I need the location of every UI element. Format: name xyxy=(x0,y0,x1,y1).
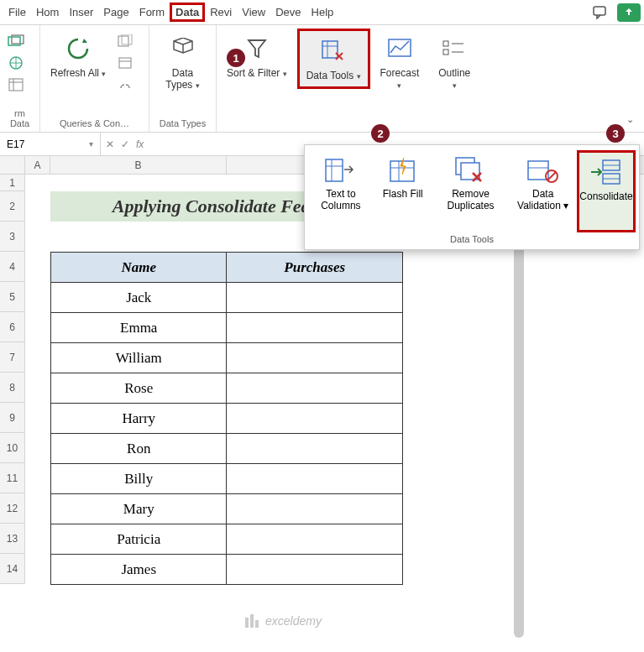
text-to-columns-button[interactable]: Text to Columns xyxy=(308,150,374,232)
cell-purchases[interactable] xyxy=(227,373,403,404)
edit-links-icon[interactable] xyxy=(116,76,134,94)
properties-icon[interactable] xyxy=(116,54,134,72)
row-header[interactable]: 3 xyxy=(0,222,25,252)
cell-name[interactable]: Rose xyxy=(51,373,227,404)
menu-page[interactable]: Page xyxy=(98,3,134,22)
menu-home[interactable]: Hom xyxy=(31,3,64,22)
menu-bar: File Hom Inser Page Form Data Revi View … xyxy=(0,0,644,25)
comments-icon[interactable] xyxy=(589,3,612,22)
cell-name[interactable]: Patricia xyxy=(51,524,227,555)
col-header-b[interactable]: B xyxy=(50,156,227,174)
cell-purchases[interactable] xyxy=(227,283,403,313)
cell-name[interactable]: Emma xyxy=(51,313,227,343)
from-web-icon[interactable] xyxy=(7,54,25,72)
cell-purchases[interactable] xyxy=(227,313,403,343)
row-header[interactable]: 7 xyxy=(0,342,25,373)
cell-name[interactable]: Billy xyxy=(51,464,227,494)
cell-purchases[interactable] xyxy=(227,494,403,524)
refresh-all-button[interactable]: Refresh All ▾ xyxy=(44,29,113,84)
header-purchases: Purchases xyxy=(227,253,403,283)
table-row[interactable]: Patricia xyxy=(51,524,403,555)
sort-filter-label: Sort & Filter xyxy=(227,67,280,79)
menu-file[interactable]: File xyxy=(3,3,31,22)
table-row[interactable]: Emma xyxy=(51,313,403,343)
queries-icon[interactable] xyxy=(116,32,134,50)
menu-formulas[interactable]: Form xyxy=(134,3,170,22)
data-table: Name Purchases Jack Emma William Rose Ha… xyxy=(50,252,403,585)
outline-button[interactable]: Outline▾ xyxy=(429,29,479,96)
from-table-icon[interactable] xyxy=(7,76,25,94)
row-header[interactable]: 9 xyxy=(0,403,25,433)
cell-purchases[interactable] xyxy=(227,464,403,494)
cell-name[interactable]: Ron xyxy=(51,434,227,464)
data-types-button[interactable]: Data Types ▾ xyxy=(153,29,212,96)
watermark-icon xyxy=(243,613,260,629)
cell-purchases[interactable] xyxy=(227,524,403,555)
table-row[interactable]: Rose xyxy=(51,373,403,404)
cell-name[interactable]: Harry xyxy=(51,404,227,434)
share-button[interactable] xyxy=(617,3,641,22)
table-row[interactable]: Billy xyxy=(51,464,403,494)
data-tools-button[interactable]: Data Tools ▾ xyxy=(297,29,370,89)
cell-purchases[interactable] xyxy=(227,343,403,373)
chevron-down-icon: ▾ xyxy=(357,72,361,81)
table-row[interactable]: Mary xyxy=(51,494,403,524)
fx-icon[interactable]: fx xyxy=(136,138,144,150)
select-all-corner[interactable] xyxy=(0,156,25,174)
menu-view[interactable]: View xyxy=(237,3,270,22)
cell-name[interactable]: Jack xyxy=(51,283,227,313)
row-header[interactable]: 12 xyxy=(0,493,25,524)
get-data-icon[interactable] xyxy=(7,32,25,50)
row-header[interactable]: 10 xyxy=(0,433,25,463)
row-header[interactable]: 14 xyxy=(0,554,25,584)
row-header[interactable]: 13 xyxy=(0,524,25,554)
flash-fill-button[interactable]: Flash Fill xyxy=(374,150,432,232)
table-row[interactable]: William xyxy=(51,343,403,373)
menu-developer[interactable]: Deve xyxy=(270,3,306,22)
cell-name[interactable]: William xyxy=(51,343,227,373)
scrollbar-vertical[interactable] xyxy=(514,235,524,638)
row-header[interactable]: 6 xyxy=(0,312,25,342)
row-header[interactable]: 11 xyxy=(0,463,25,493)
row-header[interactable]: 1 xyxy=(0,175,25,191)
svg-rect-4 xyxy=(9,79,23,91)
menu-review[interactable]: Revi xyxy=(205,3,237,22)
data-validation-button[interactable]: Data Validation ▾ xyxy=(509,150,577,232)
name-box[interactable]: E17 ▾ xyxy=(0,133,101,155)
forecast-label: Forecast xyxy=(380,67,420,79)
row-headers: 1 2 3 4 5 6 7 8 9 10 11 12 13 14 xyxy=(0,175,25,584)
menu-help[interactable]: Help xyxy=(306,3,339,22)
flash-fill-label: Flash Fill xyxy=(383,189,423,201)
dropdown-group-label: Data Tools xyxy=(305,232,639,249)
text-to-columns-icon xyxy=(324,154,358,187)
table-row[interactable]: Harry xyxy=(51,404,403,434)
table-row[interactable]: Jack xyxy=(51,283,403,313)
enter-formula-icon[interactable]: ✓ xyxy=(121,138,129,150)
table-row[interactable]: Ron xyxy=(51,434,403,464)
cell-name[interactable]: James xyxy=(51,555,227,585)
chevron-down-icon: ▾ xyxy=(102,70,106,78)
data-validation-icon xyxy=(526,154,560,187)
refresh-icon xyxy=(63,34,93,64)
row-header[interactable]: 4 xyxy=(0,252,25,282)
cell-name[interactable]: Mary xyxy=(51,494,227,524)
cell-purchases[interactable] xyxy=(227,404,403,434)
menu-insert[interactable]: Inser xyxy=(64,3,98,22)
ribbon-group-queries: Refresh All ▾ Queries & Con… xyxy=(40,25,149,132)
svg-rect-15 xyxy=(443,41,448,46)
ribbon-collapse-icon[interactable]: ⌄ xyxy=(626,114,634,125)
row-header[interactable]: 2 xyxy=(0,191,25,222)
consolidate-button[interactable]: Consolidate xyxy=(577,150,636,232)
row-header[interactable]: 5 xyxy=(0,282,25,312)
remove-duplicates-button[interactable]: Remove Duplicates xyxy=(432,150,510,232)
forecast-button[interactable]: Forecast▾ xyxy=(374,29,427,96)
table-row[interactable]: James xyxy=(51,555,403,585)
row-header[interactable]: 8 xyxy=(0,373,25,403)
col-header-a[interactable]: A xyxy=(25,156,50,174)
outline-label: Outline xyxy=(438,67,470,79)
menu-data[interactable]: Data xyxy=(170,3,205,22)
cancel-formula-icon[interactable]: ✕ xyxy=(106,138,114,150)
cell-purchases[interactable] xyxy=(227,434,403,464)
cell-purchases[interactable] xyxy=(227,555,403,585)
chevron-down-icon[interactable]: ▾ xyxy=(89,139,93,149)
